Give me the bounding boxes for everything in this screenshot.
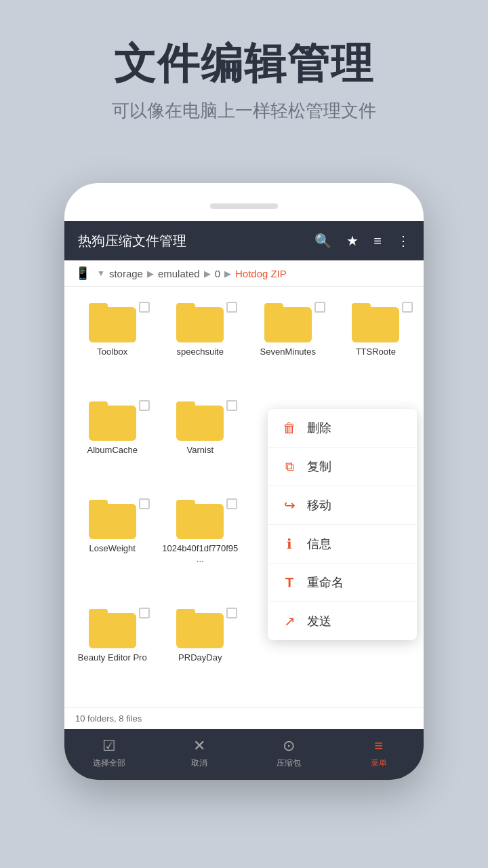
info-icon: ℹ (281, 536, 298, 552)
menu-label-send: 发送 (307, 613, 331, 629)
sep-1: ▶ (147, 269, 154, 279)
move-icon: ↪ (281, 497, 298, 513)
menu-item-send[interactable]: ↗ 发送 (268, 602, 417, 640)
list-item[interactable]: Beauty Editor Pro (71, 604, 154, 696)
folder-icon (89, 303, 136, 342)
folder-icon (89, 401, 136, 441)
menu-label-move: 移动 (307, 497, 331, 513)
menu-item-rename[interactable]: T 重命名 (268, 564, 417, 602)
file-grid: Toolbox speechsuite SevenMinutes TT (64, 287, 424, 707)
nav-item-select-all[interactable]: ☑ 选择全部 (64, 737, 155, 769)
folder-icon (264, 303, 312, 342)
more-icon[interactable]: ⋮ (396, 233, 410, 249)
nav-item-compress[interactable]: ⊙ 压缩包 (244, 737, 334, 769)
cancel-icon: ✕ (193, 737, 205, 755)
file-label: Beauty Editor Pro (78, 652, 147, 664)
nav-label-cancel: 取消 (191, 757, 207, 769)
list-item[interactable]: AlbumCache (71, 396, 154, 489)
file-checkbox[interactable] (226, 400, 237, 411)
app-bar-icons: 🔍 ★ ≡ ⋮ (314, 233, 410, 249)
rename-icon: T (281, 575, 298, 591)
folder-icon (176, 500, 224, 539)
file-checkbox[interactable] (139, 498, 150, 509)
device-icon: 📱 (75, 266, 90, 281)
app-bar: 热狗压缩文件管理 🔍 ★ ≡ ⋮ (64, 221, 424, 260)
menu-item-move[interactable]: ↪ 移动 (268, 486, 417, 525)
phone-notch (210, 203, 278, 209)
folder-icon (176, 303, 224, 342)
status-bar: 10 folders, 8 files (64, 707, 424, 729)
status-text: 10 folders, 8 files (75, 713, 142, 724)
compress-icon: ⊙ (283, 737, 295, 755)
file-label: 1024b40f1df770f95... (162, 543, 239, 566)
breadcrumb: 📱 ▼ storage ▶ emulated ▶ 0 ▶ Hotdog ZIP (64, 260, 424, 287)
file-checkbox[interactable] (139, 302, 150, 313)
copy-icon: ⧉ (281, 460, 298, 474)
file-label: Toolbox (97, 347, 127, 358)
folder-icon (352, 303, 399, 342)
folder-icon (89, 500, 136, 539)
file-checkbox[interactable] (226, 498, 237, 509)
menu-item-info[interactable]: ℹ 信息 (268, 525, 417, 564)
breadcrumb-hotdog[interactable]: Hotdog ZIP (235, 268, 287, 279)
list-item[interactable]: Varnist (159, 396, 242, 489)
folder-icon (176, 609, 224, 648)
menu-icon[interactable]: ≡ (373, 233, 382, 249)
folder-icon (176, 401, 224, 441)
select-all-icon: ☑ (102, 737, 116, 755)
menu-label-rename: 重命名 (307, 574, 344, 591)
file-label: speechsuite (177, 347, 224, 358)
sep-2: ▶ (204, 269, 211, 279)
star-icon[interactable]: ★ (346, 233, 359, 249)
list-item[interactable]: Toolbox (71, 298, 154, 391)
nav-item-menu[interactable]: ≡ 菜单 (334, 737, 424, 769)
sep-3: ▶ (224, 269, 231, 279)
page-title: 文件编辑管理 (27, 41, 461, 87)
list-item[interactable]: PRDayDay (159, 604, 242, 696)
breadcrumb-zero: 0 (215, 268, 220, 279)
menu-label-copy: 复制 (307, 458, 331, 475)
file-label: SevenMinutes (260, 347, 316, 358)
breadcrumb-arrow-1: ▼ (97, 269, 105, 278)
breadcrumb-emulated: emulated (158, 268, 200, 279)
file-checkbox[interactable] (314, 302, 325, 313)
nav-label-compress: 压缩包 (277, 757, 301, 769)
menu-label-delete: 删除 (307, 420, 331, 436)
folder-icon (89, 609, 136, 648)
bottom-nav: ☑ 选择全部 ✕ 取消 ⊙ 压缩包 ≡ 菜单 (64, 729, 424, 780)
menu-label-info: 信息 (307, 536, 331, 552)
file-label: AlbumCache (87, 445, 138, 456)
phone-mockup: 热狗压缩文件管理 🔍 ★ ≡ ⋮ 📱 ▼ storage ▶ emulated … (64, 183, 424, 780)
file-checkbox[interactable] (139, 400, 150, 411)
file-label: PRDayDay (178, 652, 222, 664)
menu-item-delete[interactable]: 🗑 删除 (268, 409, 417, 448)
search-icon[interactable]: 🔍 (314, 233, 331, 249)
breadcrumb-storage: storage (109, 268, 143, 279)
context-menu: 🗑 删除 ⧉ 复制 ↪ 移动 ℹ 信息 T 重命名 ↗ 发送 (268, 409, 417, 640)
page-subtitle: 可以像在电脑上一样轻松管理文件 (27, 99, 461, 123)
file-label: Varnist (187, 445, 214, 456)
file-label: LoseWeight (89, 543, 136, 555)
list-item[interactable]: TTSRoote (335, 298, 418, 391)
file-checkbox[interactable] (402, 302, 413, 313)
file-checkbox[interactable] (139, 608, 150, 618)
send-icon: ↗ (281, 613, 298, 629)
file-label: TTSRoote (356, 347, 396, 358)
nav-menu-icon: ≡ (374, 737, 383, 755)
nav-label-select-all: 选择全部 (93, 757, 125, 769)
app-bar-title: 热狗压缩文件管理 (78, 232, 314, 250)
list-item[interactable]: SevenMinutes (247, 298, 329, 391)
list-item[interactable]: speechsuite (159, 298, 242, 391)
delete-icon: 🗑 (281, 420, 298, 436)
nav-item-cancel[interactable]: ✕ 取消 (155, 737, 245, 769)
list-item[interactable]: 1024b40f1df770f95... (159, 494, 242, 599)
file-checkbox[interactable] (226, 302, 237, 313)
file-checkbox[interactable] (226, 608, 237, 618)
menu-item-copy[interactable]: ⧉ 复制 (268, 448, 417, 486)
top-section: 文件编辑管理 可以像在电脑上一样轻松管理文件 (0, 0, 488, 150)
nav-label-menu: 菜单 (371, 757, 387, 769)
list-item[interactable]: LoseWeight (71, 494, 154, 599)
